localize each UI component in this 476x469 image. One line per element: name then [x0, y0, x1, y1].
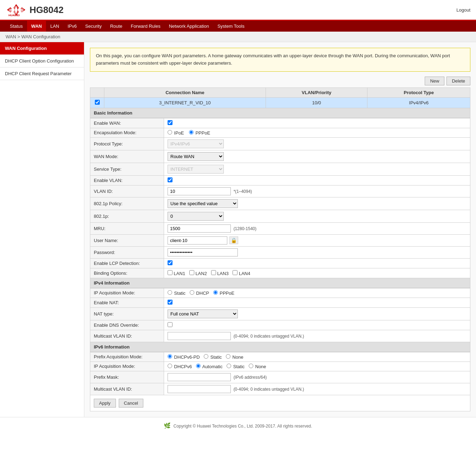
vlan-id-input[interactable] — [168, 187, 231, 195]
enc-pppoe-label[interactable]: PPPoE — [189, 130, 210, 136]
8021p-policy-select[interactable]: Use the specified value — [168, 199, 238, 208]
svg-marker-4 — [16, 4, 19, 10]
apply-button[interactable]: Apply — [94, 399, 116, 408]
8021p-policy-value: Use the specified value — [164, 197, 470, 210]
enable-dns-row: Enable DNS Override: — [90, 320, 470, 330]
row-checkbox-cell[interactable] — [90, 97, 104, 108]
table-row[interactable]: 3_INTERNET_R_VID_10 10/0 IPv4/IPv6 — [90, 97, 470, 108]
ipv6-multicast-row: Multicast VLAN ID: (0-4094; 0 indicates … — [90, 383, 470, 395]
ipv4-info-header: IPv4 Information — [90, 278, 470, 288]
protocol-type-select[interactable]: IPv4/IPv6 — [168, 139, 224, 148]
enable-vlan-checkbox[interactable] — [168, 177, 172, 182]
ipv4-multicast-input[interactable] — [168, 332, 231, 340]
sidebar-item-dhcp-option[interactable]: DHCP Client Option Configuration — [0, 55, 84, 67]
sidebar-item-dhcp-request[interactable]: DHCP Client Request Parameter — [0, 67, 84, 80]
prefix-none-label[interactable]: None — [226, 354, 243, 360]
ipv6-auto[interactable] — [196, 364, 201, 368]
ipv6-none[interactable] — [249, 364, 253, 368]
prefix-static-label[interactable]: Static — [204, 354, 222, 360]
nav-ipv6[interactable]: IPv6 — [64, 21, 81, 32]
wan-mode-row: WAN Mode: Route WAN Bridge WAN — [90, 150, 470, 163]
8021p-select[interactable]: 0 1234567 — [168, 212, 224, 221]
nav-security[interactable]: Security — [81, 21, 106, 32]
nav-netapp[interactable]: Network Application — [165, 21, 213, 32]
connection-table: Connection Name VLAN/Priority Protocol T… — [90, 87, 470, 108]
ipv4-multicast-hint: (0-4094; 0 indicates untagged VLAN.) — [234, 334, 304, 339]
binding-lan4[interactable] — [233, 270, 237, 275]
password-input[interactable] — [168, 248, 238, 256]
ip-acq-mode-label: IP Acquisition Mode: — [90, 288, 164, 298]
delete-button[interactable]: Delete — [446, 77, 470, 85]
ip-acq-pppoe-label[interactable]: PPPoE — [213, 291, 235, 296]
ip-acq-dhcp-label[interactable]: DHCP — [190, 291, 209, 296]
ipv6-info-table: Prefix Acquisition Mode: DHCPv6-PD Stati… — [90, 352, 470, 395]
ipv6-auto-label[interactable]: Automatic — [196, 364, 223, 369]
ipv6-dhcpv6-label[interactable]: DHCPv6 — [168, 364, 192, 369]
mru-input[interactable] — [168, 224, 231, 233]
service-type-row: Service Type: INTERNET — [90, 163, 470, 175]
new-button[interactable]: New — [425, 77, 444, 85]
service-type-value: INTERNET — [164, 163, 470, 175]
ipv6-ip-acq-row: IP Acquisition Mode: DHCPv6 Automatic St… — [90, 361, 470, 371]
col-vlan-priority: VLAN/Priority — [266, 87, 367, 97]
enc-ipoe-label[interactable]: IPoE — [168, 130, 184, 136]
footer: 🌿 Copyright © Huawei Technologies Co., L… — [0, 417, 476, 434]
nav-lan[interactable]: LAN — [46, 21, 63, 32]
binding-lan1[interactable] — [168, 270, 172, 275]
ip-acq-pppoe[interactable] — [213, 290, 218, 295]
password-value — [164, 246, 470, 258]
ipv6-static-label[interactable]: Static — [227, 364, 244, 369]
enc-pppoe-radio[interactable] — [189, 130, 194, 135]
svg-text:HUAWEI: HUAWEI — [8, 14, 20, 17]
svg-marker-5 — [13, 4, 16, 10]
lcp-checkbox[interactable] — [168, 260, 172, 265]
nav-wan[interactable]: WAN — [27, 21, 46, 32]
binding-lan3[interactable] — [211, 270, 216, 275]
nat-type-select[interactable]: Full cone NAT Symmetric NAT Restricted c… — [168, 310, 238, 318]
nav-status[interactable]: Status — [6, 21, 27, 32]
enable-nat-checkbox[interactable] — [168, 300, 172, 305]
ipv6-none-label[interactable]: None — [249, 364, 266, 369]
prefix-static[interactable] — [204, 354, 208, 359]
wan-mode-label: WAN Mode: — [90, 150, 164, 163]
ipv4-multicast-label: Multicast VLAN ID: — [90, 330, 164, 342]
ipv6-multicast-input[interactable] — [168, 385, 231, 393]
binding-lan2[interactable] — [189, 270, 194, 275]
mru-row: MRU: (1280-1540) — [90, 222, 470, 234]
svg-marker-8 — [7, 7, 12, 10]
binding-lan3-label[interactable]: LAN3 — [211, 271, 229, 276]
prefix-mask-input[interactable] — [168, 373, 231, 381]
sidebar-item-wan-config[interactable]: WAN Configuration — [0, 42, 84, 55]
prefix-dhcpv6pd[interactable] — [168, 354, 172, 359]
logout-button[interactable]: Logout — [456, 7, 470, 13]
username-value: 🔒 — [164, 234, 470, 246]
enc-ipoe-radio[interactable] — [168, 130, 172, 135]
binding-lan2-label[interactable]: LAN2 — [189, 271, 207, 276]
8021p-policy-label: 802.1p Policy: — [90, 197, 164, 210]
prefix-dhcpv6pd-label[interactable]: DHCPv6-PD — [168, 354, 200, 360]
nav-route[interactable]: Route — [106, 21, 126, 32]
username-input[interactable] — [168, 236, 227, 245]
nav-forward[interactable]: Forward Rules — [126, 21, 165, 32]
ip-acq-static-label[interactable]: Static — [168, 291, 185, 296]
enable-vlan-value — [164, 175, 470, 185]
wan-mode-select[interactable]: Route WAN Bridge WAN — [168, 152, 224, 161]
enable-dns-label: Enable DNS Override: — [90, 320, 164, 330]
cancel-button[interactable]: Cancel — [119, 399, 143, 408]
ip-acq-dhcp[interactable] — [190, 290, 194, 295]
enable-wan-checkbox[interactable] — [168, 120, 172, 125]
row-checkbox[interactable] — [95, 100, 100, 105]
enable-vlan-row: Enable VLAN: — [90, 175, 470, 185]
binding-lan1-label[interactable]: LAN1 — [168, 271, 185, 276]
8021p-policy-row: 802.1p Policy: Use the specified value — [90, 197, 470, 210]
enable-dns-checkbox[interactable] — [168, 322, 172, 327]
ipv6-static[interactable] — [227, 364, 231, 368]
lcp-value — [164, 258, 470, 268]
prefix-none[interactable] — [226, 354, 230, 359]
nav-systools[interactable]: System Tools — [213, 21, 249, 32]
enable-wan-label: Enable WAN: — [90, 118, 164, 128]
ipv6-dhcpv6[interactable] — [168, 364, 172, 368]
ip-acq-static[interactable] — [168, 290, 172, 295]
service-type-select[interactable]: INTERNET — [168, 165, 224, 174]
binding-lan4-label[interactable]: LAN4 — [233, 271, 250, 276]
